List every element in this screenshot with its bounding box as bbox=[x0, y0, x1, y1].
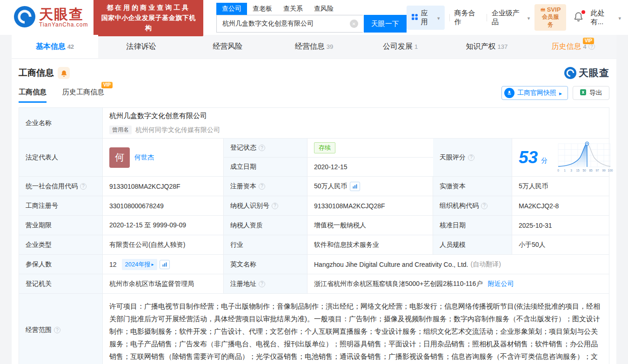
section-title: 工商信息 bbox=[19, 67, 54, 79]
company-type-label: 企业类型 bbox=[19, 235, 103, 254]
monitor-bell-button[interactable] bbox=[58, 67, 70, 79]
former-name-badge: 曾用名 bbox=[109, 126, 132, 134]
paid-capital-value: 5万人民币 bbox=[512, 177, 609, 196]
score-label: 天眼评分 bbox=[440, 153, 466, 162]
authority-value: 杭州市余杭区市场监督管理局 bbox=[103, 274, 224, 293]
legal-rep-avatar[interactable]: 何 bbox=[109, 147, 130, 168]
chevron-down-icon bbox=[437, 13, 440, 21]
enterprise-products-menu[interactable]: 企业级产品 bbox=[492, 9, 530, 26]
taxpayer-quality-value: 增值税一般纳税人 bbox=[307, 216, 433, 235]
stamp-icon bbox=[504, 88, 514, 98]
legal-rep-label: 法定代表人 bbox=[19, 139, 103, 176]
staff-size-value: 小于50人 bbox=[512, 235, 609, 254]
annual-report-link[interactable]: 2024年报 bbox=[122, 259, 157, 270]
crown-icon bbox=[540, 6, 546, 13]
help-icon[interactable] bbox=[259, 145, 265, 151]
svg-text:99: 99 bbox=[602, 169, 606, 172]
tab-basic-info[interactable]: 基本信息 42 bbox=[12, 35, 98, 58]
help-icon[interactable] bbox=[80, 183, 87, 190]
tianyancha-logo[interactable]: 天眼查 TianYanCha.com bbox=[14, 6, 88, 29]
subtab-history-registration[interactable]: 历史工商信息 VIP bbox=[62, 88, 104, 103]
tab-legal-proceedings[interactable]: 法律诉讼 bbox=[98, 35, 185, 58]
help-icon[interactable] bbox=[272, 203, 278, 209]
credit-code-label: 统一社会信用代码 bbox=[26, 182, 78, 191]
insured-chart-icon[interactable] bbox=[160, 260, 170, 269]
user-menu[interactable]: 此处有... bbox=[591, 9, 621, 26]
export-label: 导出 bbox=[589, 89, 602, 97]
subtab-label: 历史工商信息 bbox=[62, 88, 104, 96]
insured-label: 参保人数 bbox=[19, 255, 103, 274]
tab-label: 基本信息 bbox=[36, 42, 66, 52]
registration-table: 企业名称 杭州几盒数字文化创意有限公司 曾用名 杭州何同学文化传媒有限公司 法定… bbox=[19, 107, 609, 364]
table-row: 营业期限 2020-12-15 至 9999-09-09 纳税人资质 增值税一般… bbox=[19, 216, 609, 235]
business-cooperation-link[interactable]: 商务合作 bbox=[454, 9, 481, 26]
tab-label: 历史信息 bbox=[552, 42, 581, 52]
taxpayer-id-value: 91330108MA2KCJQ28F bbox=[307, 196, 433, 215]
reg-number-label: 工商注册号 bbox=[19, 196, 103, 215]
vip-badge: VIP bbox=[583, 38, 594, 44]
svip-membership-badge[interactable]: SVIP 会员服务 bbox=[534, 4, 566, 31]
help-icon[interactable] bbox=[54, 327, 60, 333]
bell-icon bbox=[60, 70, 67, 77]
username: 此处有... bbox=[591, 9, 617, 26]
tab-count: 42 bbox=[67, 43, 74, 50]
svg-text:3: 3 bbox=[570, 169, 572, 172]
apps-label: 应用 bbox=[421, 9, 434, 26]
subtab-business-registration[interactable]: 工商信息 bbox=[19, 88, 47, 103]
notifications-bell[interactable] bbox=[574, 12, 583, 23]
chevron-down-icon bbox=[618, 13, 621, 21]
official-snapshot-button[interactable]: 工商官网快照 bbox=[501, 86, 568, 100]
tab-business-info[interactable]: 经营信息 39 bbox=[271, 35, 357, 58]
authority-label: 登记机关 bbox=[19, 274, 103, 293]
snapshot-label: 工商官网快照 bbox=[517, 89, 556, 97]
export-button[interactable]: 导出 bbox=[573, 86, 609, 100]
tab-label: 法律诉讼 bbox=[127, 42, 156, 52]
help-icon[interactable] bbox=[468, 154, 474, 161]
tab-intellectual-property[interactable]: 知识产权 137 bbox=[444, 35, 530, 58]
help-icon[interactable] bbox=[588, 43, 595, 50]
clear-search-icon[interactable] bbox=[350, 20, 358, 28]
english-name-label: 英文名称 bbox=[224, 255, 307, 274]
divider bbox=[449, 14, 450, 21]
apps-menu[interactable]: 应用 bbox=[407, 6, 445, 30]
former-name-value: 杭州何同学文化传媒有限公司 bbox=[135, 126, 220, 134]
paid-capital-label: 实缴资本 bbox=[433, 177, 512, 196]
table-row: 法定代表人 何 何世杰 登记状态 存续 成立日期 2020-12-15 bbox=[19, 139, 609, 177]
svg-text:97: 97 bbox=[596, 169, 600, 172]
status-badge: 存续 bbox=[314, 142, 335, 153]
org-code-value: MA2KCJQ2-8 bbox=[512, 196, 609, 215]
apps-grid-icon bbox=[411, 13, 418, 22]
help-icon[interactable] bbox=[481, 203, 488, 209]
term-value: 2020-12-15 至 9999-09-09 bbox=[103, 216, 224, 235]
svg-text:50: 50 bbox=[583, 169, 587, 172]
slogan-line2: 国家中小企业发展子基金旗下机构 bbox=[98, 13, 199, 33]
search-tab-relation[interactable]: 查关系 bbox=[278, 3, 308, 15]
search-tab-company[interactable]: 查公司 bbox=[216, 3, 247, 15]
auto-translate-note: (自动翻译) bbox=[471, 260, 501, 269]
search-input[interactable] bbox=[216, 15, 363, 33]
capital-chart-icon[interactable] bbox=[350, 182, 360, 191]
tab-history-info[interactable]: VIP 历史信息 4 bbox=[530, 35, 616, 58]
table-row: 统一社会信用代码 91330108MA2KCJQ28F 注册资本 50万人民币 … bbox=[19, 177, 609, 196]
brand-slogan-banner: 都在用的商业查询工具 国家中小企业发展子基金旗下机构 bbox=[94, 0, 203, 36]
help-icon[interactable] bbox=[259, 281, 265, 287]
legal-rep-link[interactable]: 何世杰 bbox=[134, 153, 154, 162]
search-tab-boss[interactable]: 查老板 bbox=[247, 3, 278, 15]
table-row: 登记机关 杭州市余杭区市场监督管理局 注册地址 浙江省杭州市余杭区瓶窑镇良渚50… bbox=[19, 274, 609, 294]
table-row: 企业类型 有限责任公司(自然人独资) 行业 软件和信息技术服务业 人员规模 小于… bbox=[19, 235, 609, 255]
notification-dot bbox=[581, 10, 585, 14]
help-icon[interactable] bbox=[259, 183, 265, 190]
excel-icon bbox=[580, 89, 587, 97]
address-label: 注册地址 bbox=[230, 280, 256, 288]
vip-badge: VIP bbox=[101, 82, 113, 88]
table-row: 经营范围 许可项目：广播电视节目制作经营；电子出版物制作；音像制品制作；演出经纪… bbox=[19, 294, 609, 364]
search-button[interactable]: 天眼一下 bbox=[364, 15, 407, 33]
search-tab-risk[interactable]: 查风险 bbox=[308, 3, 339, 15]
slogan-line1: 都在用的商业查询工具 bbox=[98, 2, 199, 13]
nearby-companies-link[interactable]: 附近公司 bbox=[488, 280, 514, 288]
tianyancha-watermark: 天眼查 bbox=[564, 66, 609, 79]
score-cell: 53 分 bbox=[512, 139, 621, 176]
org-code-label: 组织机构代码 bbox=[440, 202, 479, 210]
tab-operational-risk[interactable]: 经营风险 bbox=[184, 35, 271, 58]
tab-company-development[interactable]: 公司发展 1 bbox=[357, 35, 444, 58]
